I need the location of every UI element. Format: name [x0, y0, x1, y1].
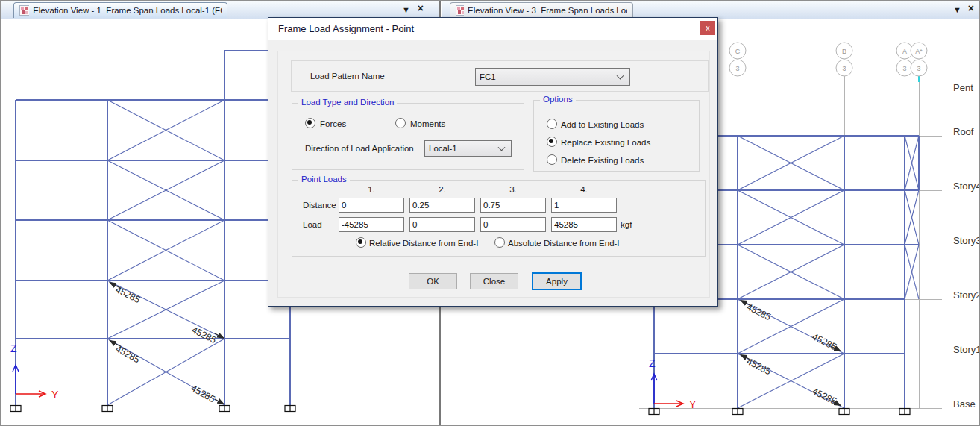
add-existing-radio[interactable] [547, 119, 557, 129]
dialog-content-panel: Load Pattern Name FC1 Load Type and Dire… [277, 51, 710, 298]
story-label: Pent [953, 82, 973, 93]
grid-bubble-number: 3 [902, 65, 906, 72]
close-button[interactable]: Close [470, 273, 518, 289]
story-label: Roof [953, 126, 974, 137]
left-frame-members [16, 51, 290, 405]
left-view-tab-label: Elevation View - 1 Frame Span Loads Loca… [33, 6, 222, 15]
forces-label: Forces [320, 119, 346, 128]
right-pane-close-icon[interactable]: × [968, 2, 974, 14]
story-label: Base [953, 398, 976, 410]
moments-radio[interactable] [395, 118, 406, 128]
load-input-3[interactable] [480, 217, 546, 232]
grid-bubble-number: 3 [917, 65, 920, 72]
left-pane-close-icon[interactable]: × [418, 2, 424, 14]
story-labels: Pent Roof Story4 Story3 Story2 Story1 Ba… [953, 82, 980, 410]
story-label: Story2 [953, 289, 980, 301]
load-value-label: 45285 [745, 301, 773, 322]
load-row-label: Load [303, 220, 322, 229]
distance-input-1[interactable] [339, 198, 404, 213]
right-supports [649, 409, 910, 415]
grid-bubbles: C 3 B 3 A 3 A* 3 [729, 43, 927, 76]
left-view-tab[interactable]: Elevation View - 1 Frame Span Loads Loca… [13, 2, 227, 18]
load-input-2[interactable] [409, 217, 475, 232]
right-view-tab[interactable]: Elevation View - 3 Frame Span Loads Loca… [450, 2, 633, 18]
load-unit-label: kgf [621, 220, 632, 229]
chevron-down-icon [617, 72, 624, 80]
grid-bubble-number: 3 [735, 65, 739, 72]
frame-load-assignment-dialog: Frame Load Assignment - Point x Load Pat… [268, 17, 718, 307]
elevation-view-icon [456, 5, 464, 16]
column-header-1: 1. [339, 185, 404, 194]
load-type-group: Load Type and Direction Forces Moments D… [292, 103, 524, 170]
story-label: Story3 [953, 235, 980, 246]
relative-distance-label: Relative Distance from End-I [369, 239, 478, 248]
add-existing-label: Add to Existing Loads [561, 120, 644, 129]
direction-value: Local-1 [429, 144, 457, 153]
forces-radio[interactable] [305, 118, 315, 128]
point-loads-group: Point Loads 1. 2. 3. 4. Distance Load kg… [292, 180, 706, 257]
right-axis-indicator: Z Y [649, 357, 697, 410]
axis-z-label: Z [10, 342, 17, 354]
replace-existing-label: Replace Existing Loads [561, 138, 650, 147]
distance-input-4[interactable] [551, 198, 617, 213]
story-label: Story1 [953, 344, 980, 355]
load-value-label: 45285 [190, 325, 218, 345]
relative-distance-radio[interactable] [356, 237, 366, 248]
moments-label: Moments [410, 119, 445, 128]
axis-z-label: Z [649, 357, 656, 369]
column-header-4: 4. [551, 185, 617, 194]
right-view-tab-label: Elevation View - 3 Frame Span Loads Loca… [468, 6, 627, 15]
absolute-distance-radio[interactable] [494, 237, 505, 248]
left-pane-minimize-icon[interactable]: ▼ [402, 4, 410, 16]
axis-y-label: Y [689, 398, 697, 410]
delete-existing-radio[interactable] [547, 154, 557, 165]
cyan-grid-tick [918, 76, 920, 82]
grid-bubble-letter: A* [915, 48, 923, 55]
load-value-label: 45285 [811, 386, 838, 407]
left-axis-indicator: Z Y [10, 342, 59, 401]
delete-existing-label: Delete Existing Loads [561, 156, 644, 165]
load-pattern-value: FC1 [480, 72, 496, 81]
ok-button[interactable]: OK [409, 273, 457, 289]
axis-y-label: Y [51, 389, 59, 401]
options-group-title: Options [540, 95, 576, 104]
left-load-annotations: 45285 45285 45285 45285 [110, 283, 224, 405]
distance-input-2[interactable] [409, 198, 475, 213]
load-value-label: 45285 [114, 343, 142, 365]
grid-bubble-letter: C [735, 48, 741, 55]
distance-row-label: Distance [303, 201, 336, 210]
elevation-view-icon [19, 5, 29, 16]
apply-button[interactable]: Apply [532, 272, 582, 290]
load-type-group-title: Load Type and Direction [298, 98, 397, 107]
load-input-1[interactable] [339, 217, 404, 232]
story-label: Story4 [953, 181, 980, 192]
load-value-label: 45285 [114, 284, 142, 305]
absolute-distance-label: Absolute Distance from End-I [508, 239, 620, 248]
load-value-label: 45285 [189, 383, 217, 404]
load-pattern-row: Load Pattern Name FC1 [291, 60, 709, 92]
options-group: Options Add to Existing Loads Replace Ex… [533, 100, 700, 172]
grid-bubble-number: 3 [842, 65, 846, 72]
load-pattern-dropdown[interactable]: FC1 [475, 68, 630, 86]
replace-existing-radio[interactable] [547, 137, 557, 147]
load-value-label: 45285 [811, 331, 838, 352]
distance-input-3[interactable] [480, 198, 546, 213]
column-header-2: 2. [409, 185, 475, 194]
chevron-down-icon [498, 144, 506, 151]
grid-bubble-letter: B [842, 48, 846, 55]
dialog-titlebar[interactable]: Frame Load Assignment - Point x [268, 18, 717, 40]
direction-label: Direction of Load Application [305, 144, 414, 153]
point-loads-group-title: Point Loads [298, 175, 350, 184]
load-value-label: 45285 [745, 356, 773, 377]
grid-bubble-letter: A [902, 48, 907, 55]
column-header-3: 3. [480, 185, 546, 194]
dialog-title: Frame Load Assignment - Point [278, 23, 414, 34]
load-pattern-label: Load Pattern Name [310, 72, 385, 81]
app-window: Elevation View - 1 Frame Span Loads Loca… [0, 0, 980, 426]
dialog-close-button[interactable]: x [700, 21, 715, 35]
left-supports [10, 406, 295, 412]
direction-dropdown[interactable]: Local-1 [424, 140, 512, 157]
right-pane-minimize-icon[interactable]: ▼ [953, 4, 961, 16]
load-input-4[interactable] [551, 217, 617, 232]
